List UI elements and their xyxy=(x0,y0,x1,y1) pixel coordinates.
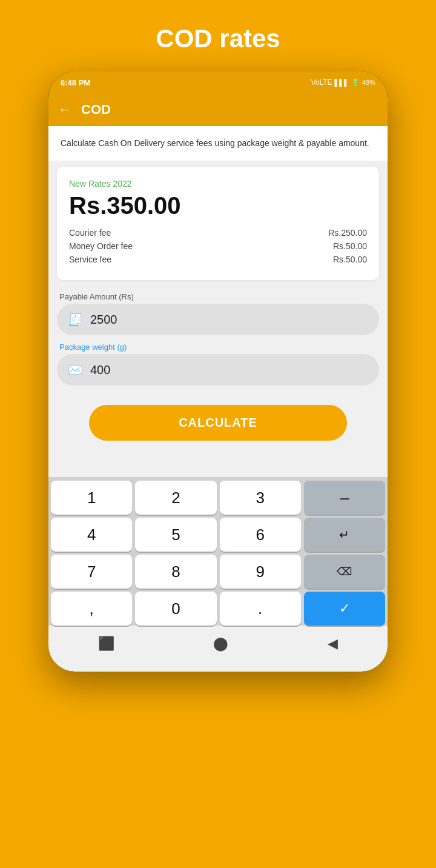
fee-row-2: Service fee Rs.50.00 xyxy=(69,255,367,264)
calculate-btn-wrap: CALCULATE xyxy=(48,393,388,453)
fee-label-0: Courier fee xyxy=(69,228,111,238)
new-rates-label: New Rates 2022 xyxy=(69,179,367,189)
keyboard-row-1: 4 5 6 ↵ xyxy=(51,518,385,552)
rate-card: New Rates 2022 Rs.350.00 Courier fee Rs.… xyxy=(57,167,379,280)
key-enter[interactable]: ↵ xyxy=(304,518,385,552)
key-9[interactable]: 9 xyxy=(220,555,301,589)
key-8[interactable]: 8 xyxy=(135,555,216,589)
payable-input-group: Payable Amount (Rs) 🧾 2500 xyxy=(57,292,379,335)
keyboard-row-3: , 0 . ✓ xyxy=(51,592,385,626)
description-area: Calculate Cash On Delivery service fees … xyxy=(48,126,388,161)
weight-input-wrapper[interactable]: ✉️ 400 xyxy=(57,354,379,386)
fee-row-1: Money Order fee Rs.50.00 xyxy=(69,241,367,251)
fee-value-1: Rs.50.00 xyxy=(333,241,367,251)
input-section: Payable Amount (Rs) 🧾 2500 Package weigh… xyxy=(48,286,388,386)
key-confirm[interactable]: ✓ xyxy=(304,592,385,626)
status-icons: VoLTE ▌▌▌ 🔋 49% xyxy=(311,78,375,87)
key-0[interactable]: 0 xyxy=(135,592,216,626)
total-amount: Rs.350.00 xyxy=(69,192,367,219)
keyboard-row-2: 7 8 9 ⌫ xyxy=(51,555,385,589)
fee-label-2: Service fee xyxy=(69,255,111,264)
key-1[interactable]: 1 xyxy=(51,481,132,515)
key-6[interactable]: 6 xyxy=(220,518,301,552)
key-2[interactable]: 2 xyxy=(135,481,216,515)
fee-value-2: Rs.50.00 xyxy=(333,255,367,264)
signal-icon: VoLTE xyxy=(311,78,332,87)
nav-square-icon[interactable]: ⬛ xyxy=(98,636,114,652)
description-text: Calculate Cash On Delivery service fees … xyxy=(61,137,375,150)
nav-home-icon[interactable]: ⬤ xyxy=(213,636,228,652)
status-time: 6:48 PM xyxy=(61,78,90,87)
key-minus[interactable]: – xyxy=(304,481,385,515)
weight-value: 400 xyxy=(90,363,110,377)
fee-label-1: Money Order fee xyxy=(69,241,133,251)
key-5[interactable]: 5 xyxy=(135,518,216,552)
status-bar: 6:48 PM VoLTE ▌▌▌ 🔋 49% xyxy=(48,72,388,93)
weight-input-group: Package weight (g) ✉️ 400 xyxy=(57,342,379,386)
payable-input-wrapper[interactable]: 🧾 2500 xyxy=(57,304,379,335)
empty-space xyxy=(48,453,388,477)
header-title: COD xyxy=(81,102,111,118)
key-3[interactable]: 3 xyxy=(220,481,301,515)
key-backspace[interactable]: ⌫ xyxy=(304,555,385,589)
app-header: ← COD xyxy=(48,93,388,126)
key-7[interactable]: 7 xyxy=(51,555,132,589)
app-content: Calculate Cash On Delivery service fees … xyxy=(48,126,388,672)
nav-bar: ⬛ ⬤ ◀ xyxy=(48,629,388,661)
battery-percent: 49% xyxy=(362,79,375,86)
fee-value-0: Rs.250.00 xyxy=(328,228,367,238)
network-icon: ▌▌▌ xyxy=(335,79,349,86)
back-button[interactable]: ← xyxy=(58,102,71,118)
package-icon: ✉️ xyxy=(68,362,83,377)
battery-icon: 🔋 xyxy=(351,79,360,87)
key-dot[interactable]: . xyxy=(220,592,301,626)
payable-label: Payable Amount (Rs) xyxy=(57,292,379,301)
nav-back-icon[interactable]: ◀ xyxy=(328,636,338,652)
calculate-button[interactable]: CALCULATE xyxy=(89,405,347,441)
phone-frame: 6:48 PM VoLTE ▌▌▌ 🔋 49% ← COD Calculate … xyxy=(48,72,388,672)
keyboard-row-0: 1 2 3 – xyxy=(51,481,385,515)
key-4[interactable]: 4 xyxy=(51,518,132,552)
keyboard-area: 1 2 3 – 4 5 6 ↵ 7 8 9 ⌫ , 0 . ✓ xyxy=(48,477,388,626)
payable-value: 2500 xyxy=(90,313,117,327)
key-comma[interactable]: , xyxy=(51,592,132,626)
fee-row-0: Courier fee Rs.250.00 xyxy=(69,228,367,238)
page-title: COD rates xyxy=(156,24,280,53)
money-icon: 🧾 xyxy=(68,312,83,327)
weight-label: Package weight (g) xyxy=(57,342,379,352)
